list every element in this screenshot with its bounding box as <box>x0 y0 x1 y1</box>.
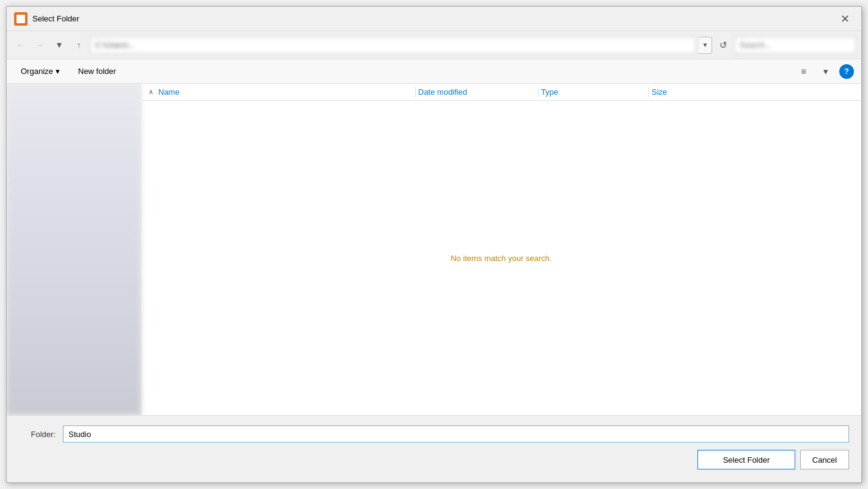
footer-buttons: Select Folder Cancel <box>19 450 849 469</box>
close-button[interactable]: ✕ <box>836 10 854 28</box>
new-folder-label: New folder <box>78 67 116 76</box>
select-folder-label: Select Folder <box>723 455 770 465</box>
cancel-label: Cancel <box>812 455 837 465</box>
column-size[interactable]: Size <box>649 87 856 97</box>
folder-label: Folder: <box>19 430 56 439</box>
column-date-label: Date modified <box>418 87 467 97</box>
column-header-row: ∧ Name Date modified Type Size <box>141 84 861 101</box>
recent-locations-button[interactable]: ▼ <box>51 37 68 54</box>
content-area: ∧ Name Date modified Type Size No items <box>141 84 861 415</box>
select-folder-dialog: Select Folder ✕ ← → ▼ ↑ ▼ ↺ Organize ▾ N… <box>6 6 862 483</box>
view-dropdown-button[interactable]: ▾ <box>817 64 834 79</box>
folder-input[interactable] <box>63 425 849 443</box>
organize-label: Organize <box>21 67 53 76</box>
sort-arrow: ∧ <box>149 88 153 96</box>
search-input[interactable] <box>734 37 856 54</box>
folder-row: Folder: <box>19 425 849 443</box>
main-area: ∧ Name Date modified Type Size No items <box>7 84 861 415</box>
column-name[interactable]: ∧ Name <box>146 87 415 97</box>
address-bar[interactable] <box>90 37 696 54</box>
empty-message: No items match your search. <box>451 254 551 263</box>
address-dropdown[interactable]: ▼ <box>699 37 712 54</box>
sidebar <box>7 84 141 415</box>
column-date[interactable]: Date modified <box>416 87 538 97</box>
column-size-label: Size <box>652 87 667 97</box>
column-name-label: Name <box>158 87 180 97</box>
app-icon <box>14 12 28 26</box>
select-folder-button[interactable]: Select Folder <box>697 450 795 469</box>
help-label: ? <box>844 67 849 76</box>
refresh-button[interactable]: ↺ <box>715 37 732 54</box>
forward-button[interactable]: → <box>31 37 48 54</box>
view-button[interactable]: ≡ <box>795 64 812 79</box>
column-type[interactable]: Type <box>539 87 649 97</box>
sidebar-content <box>7 84 141 415</box>
help-button[interactable]: ? <box>839 64 854 79</box>
navigation-bar: ← → ▼ ↑ ▼ ↺ <box>7 31 861 59</box>
file-list: No items match your search. <box>141 101 861 415</box>
title-bar: Select Folder ✕ <box>7 7 861 31</box>
view-arrow: ▾ <box>823 66 828 77</box>
toolbar: Organize ▾ New folder ≡ ▾ ? <box>7 59 861 84</box>
new-folder-button[interactable]: New folder <box>72 64 123 79</box>
cancel-button[interactable]: Cancel <box>800 450 849 469</box>
back-button[interactable]: ← <box>12 37 29 54</box>
dialog-title: Select Folder <box>32 14 836 23</box>
column-type-label: Type <box>541 87 558 97</box>
organize-button[interactable]: Organize ▾ <box>14 64 67 79</box>
up-button[interactable]: ↑ <box>70 37 87 54</box>
organize-arrow: ▾ <box>56 67 60 76</box>
view-icon: ≡ <box>801 66 807 76</box>
footer: Folder: Select Folder Cancel <box>7 415 861 482</box>
